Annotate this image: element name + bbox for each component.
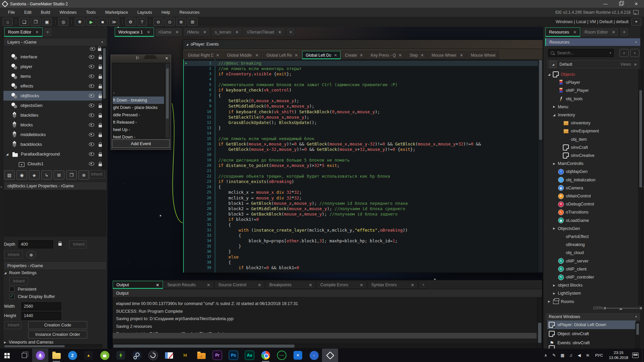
code-line-7[interactable]: 7{ <box>184 93 538 98</box>
close-tab-icon[interactable]: ✕ <box>294 53 298 58</box>
code-line-13[interactable]: 13} <box>184 125 538 131</box>
add-event-button[interactable]: Add Event <box>112 139 170 148</box>
task-view-taskbar-button[interactable] <box>16 349 32 362</box>
code-line-34[interactable]: 34 block_hp=props[other.block1,3]; maxhp… <box>184 238 538 244</box>
event-tab-key-press-q[interactable]: Key Press - Q✕ <box>367 51 405 59</box>
tree-item-obreaking[interactable]: oBreaking <box>546 241 637 249</box>
tree-item-obj-tools[interactable]: obj_tools <box>546 95 637 103</box>
code-line-15[interactable]: 15//не ломать если черный невидимый блок <box>184 136 538 141</box>
visibility-column-icon[interactable] <box>90 47 95 51</box>
layer-row-items[interactable]: items <box>3 71 103 81</box>
menu-help[interactable]: Help <box>157 10 175 15</box>
tree-item-oplayer[interactable]: oPlayer <box>546 78 637 86</box>
collapsed-arrow-icon[interactable]: ▶ <box>552 292 556 295</box>
event-item[interactable]: ght Down - place blocks <box>113 104 164 111</box>
event-item[interactable]: heel Up - <box>113 126 164 133</box>
tree-item-otransitions[interactable]: ∿oTransitions <box>546 208 637 216</box>
chrome-taskbar-button[interactable] <box>258 349 274 362</box>
menu-file[interactable]: File <box>3 10 19 15</box>
layers-scrollbar[interactable] <box>102 47 107 170</box>
lock-icon[interactable] <box>99 144 102 147</box>
depth-inherit-button[interactable]: Inherit <box>69 240 87 248</box>
close-tab-icon[interactable]: ✕ <box>258 283 261 288</box>
code-line-24[interactable]: 24{ <box>184 184 538 190</box>
recent-item[interactable]: oPlayer: Global Left Down <box>547 320 636 329</box>
visibility-eye-icon[interactable] <box>89 162 94 166</box>
output-hscrollbar[interactable] <box>113 344 537 348</box>
menu-edit[interactable]: Edit <box>19 10 36 15</box>
event-tab-create[interactable]: Create✕ <box>341 51 366 59</box>
bolt-app-taskbar-button[interactable] <box>113 349 129 362</box>
code-line-9[interactable]: 9 SetMiddleBlock(0,mouse_x,mouse_y); <box>184 104 538 109</box>
menu-resources[interactable]: Resources <box>175 10 204 15</box>
close-tab-icon[interactable]: ✕ <box>255 53 259 58</box>
workspace-tab-rgame[interactable]: rGame✕ <box>155 27 182 37</box>
clean-button[interactable]: ≫ <box>109 18 119 26</box>
color-app-taskbar-button[interactable]: Color <box>274 349 290 362</box>
show-desktop-button[interactable] <box>642 349 644 362</box>
expanded-arrow-icon[interactable]: ◢ <box>552 113 556 117</box>
code-line-30[interactable]: 30 if block1!=0 <box>184 217 538 222</box>
output-selected-row[interactable] <box>113 333 537 339</box>
tree-item-obj-item[interactable]: obj_item <box>546 135 637 143</box>
close-tab-icon[interactable]: ✕ <box>309 283 312 288</box>
layer-row-effects[interactable]: effects <box>3 81 103 91</box>
close-tab-icon[interactable]: ✕ <box>216 53 219 58</box>
event-tab-global-middle-[interactable]: Global Middle ...✕ <box>224 51 262 59</box>
menu-tools[interactable]: Tools <box>81 10 100 15</box>
event-tab-mouse-wheel-[interactable]: Mouse Wheel ...✕ <box>428 51 467 59</box>
tree-item-opartseffect[interactable]: oPartsEffect <box>546 233 637 241</box>
collapse-window-icon[interactable]: ◢ <box>186 43 188 46</box>
visibility-eye-icon[interactable] <box>89 113 94 117</box>
code-line-32[interactable]: 32 with (instance_create_layer(mclick_x,… <box>184 228 538 233</box>
right-tab-resources[interactable]: Resources✕ <box>545 27 580 37</box>
code-line-19[interactable]: 19//если дистанция до блоков больше 5 бл… <box>184 158 538 163</box>
file-explorer-taskbar-button[interactable] <box>48 349 64 362</box>
path-layer-button[interactable]: ↳ <box>41 170 52 180</box>
language-indicator[interactable]: РУС <box>592 353 606 357</box>
section-expanded-icon[interactable]: ◢ <box>4 271 6 275</box>
action-center-icon[interactable] <box>632 353 639 358</box>
resource-search[interactable]: ▾ <box>548 49 614 57</box>
pen-icon[interactable]: ✎ <box>550 353 558 358</box>
event-item[interactable]: - <box>113 89 164 97</box>
workspace-add-tab[interactable]: + <box>286 27 295 37</box>
left-tab-room-editor[interactable]: Room Editor✕ <box>4 27 43 37</box>
close-tab-icon[interactable]: ✕ <box>360 283 363 288</box>
code-line-37[interactable]: 37 else <box>184 254 538 260</box>
code-line-8[interactable]: 8 SetBlock(0,mouse_x,mouse_y); <box>184 98 538 104</box>
search-next-button[interactable]: › <box>630 49 639 57</box>
close-tab-icon[interactable]: ✕ <box>175 30 179 35</box>
depth-input[interactable] <box>18 240 53 248</box>
layer-row-middleblocks[interactable]: middleblocks <box>3 130 103 139</box>
debug-button[interactable]: ❋ <box>75 18 85 26</box>
output-tab-search-results[interactable]: Search Results✕ <box>164 281 214 289</box>
clear-display-buffer-checkbox[interactable] <box>9 294 14 299</box>
persistent-checkbox[interactable] <box>9 287 14 292</box>
output-tab-compile-errors[interactable]: Compile Errors✕ <box>317 281 367 289</box>
tree-item-objectsgen[interactable]: ▶ObjectsGen <box>546 225 637 233</box>
collapsed-arrow-icon[interactable]: ▶ <box>547 300 551 303</box>
media-icon[interactable]: ♫ <box>567 353 575 358</box>
code-line-17[interactable]: 17 GetBlock(mouse_x-32,mouse_y)!=0 && Ge… <box>184 147 538 152</box>
collapsed-arrow-icon[interactable]: ▶ <box>552 162 556 165</box>
hidden-icons-chevron-icon[interactable]: ∧ <box>541 353 550 358</box>
visibility-eye-icon[interactable] <box>89 74 94 78</box>
recent-windows-header[interactable]: Recent Windows ▾ <box>545 312 641 321</box>
layer-inherit-button[interactable]: Inherit <box>89 170 105 178</box>
left-dock-rail[interactable]: « <box>0 27 3 349</box>
room-properties-header[interactable]: Properties - rGame <box>4 261 107 270</box>
code-line-2[interactable]: 2//не ломать если инвентарь открыт <box>184 66 538 71</box>
code-line-5[interactable]: 5//моментальное ломание блоков если зажа… <box>184 82 538 87</box>
close-tab-icon[interactable]: ✕ <box>334 53 337 58</box>
start-taskbar-button[interactable] <box>0 349 16 362</box>
code-line-39[interactable]: 39 if block2!=0 && block1=0 <box>184 265 538 270</box>
code-line-16[interactable]: 16if GetBlock(mouse_x,mouse_y)!=0 && Get… <box>184 141 538 147</box>
tree-item-oinventory[interactable]: oInventory <box>546 119 637 127</box>
gamemaker-studio-taskbar-button[interactable] <box>322 349 338 362</box>
target-manager-icon[interactable]: ⌖ <box>631 18 641 26</box>
minimize-button[interactable]: — <box>598 0 613 8</box>
close-tab-icon[interactable]: ✕ <box>147 30 150 35</box>
layer-row-Clouds1[interactable]: ▴Clouds1 <box>3 159 103 169</box>
zoom-in-button[interactable]: ⊕ <box>176 18 186 26</box>
